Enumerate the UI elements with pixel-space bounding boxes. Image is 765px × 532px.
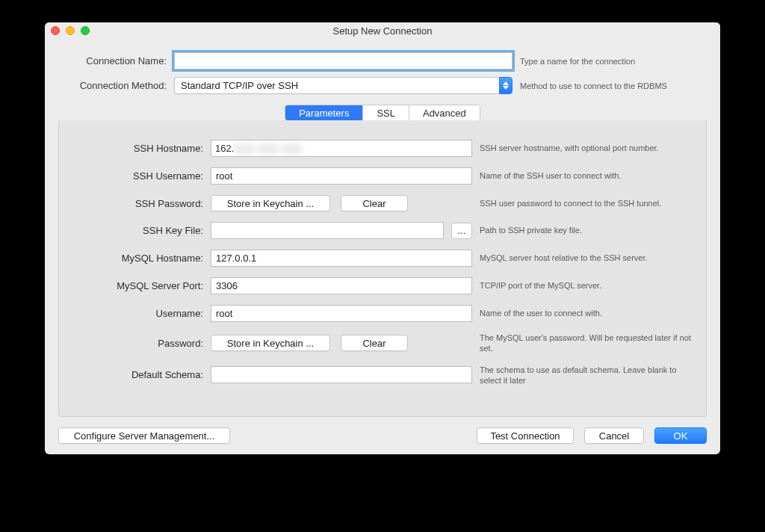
password-store-button[interactable]: Store in Keychain ... [211, 335, 330, 351]
minimize-icon[interactable] [66, 26, 75, 35]
ssh-hostname-label: SSH Hostname: [72, 143, 203, 154]
svg-marker-1 [503, 86, 509, 90]
default-schema-input[interactable] [211, 366, 472, 383]
zoom-icon[interactable] [81, 26, 90, 35]
connection-name-hint: Type a name for the connection [512, 57, 707, 66]
svg-marker-0 [503, 81, 509, 85]
configure-server-button[interactable]: Configure Server Management... [58, 427, 230, 444]
tab-ssl[interactable]: SSL [363, 105, 409, 120]
connection-method-label: Connection Method: [58, 80, 174, 91]
window-controls [51, 26, 90, 35]
tabbar: Parameters SSL Advanced [58, 105, 707, 121]
ssh-password-store-button[interactable]: Store in Keychain ... [211, 195, 330, 211]
default-schema-label: Default Schema: [72, 369, 203, 380]
mysql-port-input[interactable] [211, 277, 472, 294]
test-connection-button[interactable]: Test Connection [477, 427, 574, 444]
close-icon[interactable] [51, 26, 60, 35]
mysql-hostname-desc: MySQL server host relative to the SSH se… [480, 253, 693, 263]
footer: Configure Server Management... Test Conn… [58, 417, 707, 444]
ssh-username-input[interactable] [211, 167, 472, 185]
chevron-updown-icon[interactable] [499, 77, 512, 94]
username-desc: Name of the user to connect with. [480, 308, 693, 318]
content: Connection Name: Type a name for the con… [45, 39, 720, 454]
connection-method-value: Standard TCP/IP over SSH [174, 77, 499, 94]
ssh-hostname-desc: SSH server hostname, with optional port … [480, 143, 693, 153]
username-label: Username: [72, 308, 203, 319]
tab-parameters[interactable]: Parameters [285, 105, 363, 120]
ssh-username-label: SSH Username: [72, 170, 203, 182]
parameters-panel: SSH Hostname: 162.░░░ ░░░ ░░░ SSH server… [58, 120, 707, 417]
ssh-password-label: SSH Password: [72, 198, 203, 209]
connection-method-hint: Method to use to connect to the RDBMS [512, 81, 707, 90]
mysql-hostname-input[interactable] [211, 250, 472, 267]
window-title: Setup New Connection [333, 25, 433, 37]
ssh-username-desc: Name of the SSH user to connect with. [480, 170, 693, 181]
ok-button[interactable]: OK [654, 427, 707, 444]
ssh-keyfile-input[interactable] [211, 222, 444, 239]
mysql-port-label: MySQL Server Port: [72, 280, 203, 291]
username-input[interactable] [211, 305, 472, 322]
ssh-keyfile-label: SSH Key File: [72, 225, 203, 236]
password-label: Password: [72, 338, 203, 349]
default-schema-desc: The schema to use as default schema. Lea… [480, 365, 693, 386]
titlebar: Setup New Connection [45, 22, 720, 39]
cancel-button[interactable]: Cancel [584, 427, 644, 444]
password-desc: The MySQL user's password. Will be reque… [480, 332, 693, 354]
connection-name-label: Connection Name: [58, 55, 174, 66]
ssh-keyfile-browse-button[interactable]: ... [451, 223, 472, 239]
connection-method-select[interactable]: Standard TCP/IP over SSH [174, 77, 512, 94]
tab-advanced[interactable]: Advanced [409, 105, 480, 120]
ssh-password-clear-button[interactable]: Clear [341, 195, 408, 211]
password-clear-button[interactable]: Clear [341, 335, 408, 351]
mysql-hostname-label: MySQL Hostname: [72, 253, 203, 264]
ssh-password-desc: SSH user password to connect to the SSH … [480, 198, 693, 208]
ssh-keyfile-desc: Path to SSH private key file. [480, 225, 693, 235]
connection-dialog: Setup New Connection Connection Name: Ty… [45, 22, 720, 454]
connection-name-input[interactable] [174, 52, 512, 69]
ssh-hostname-input[interactable] [211, 140, 472, 157]
mysql-port-desc: TCP/IP port of the MySQL server. [480, 280, 693, 291]
